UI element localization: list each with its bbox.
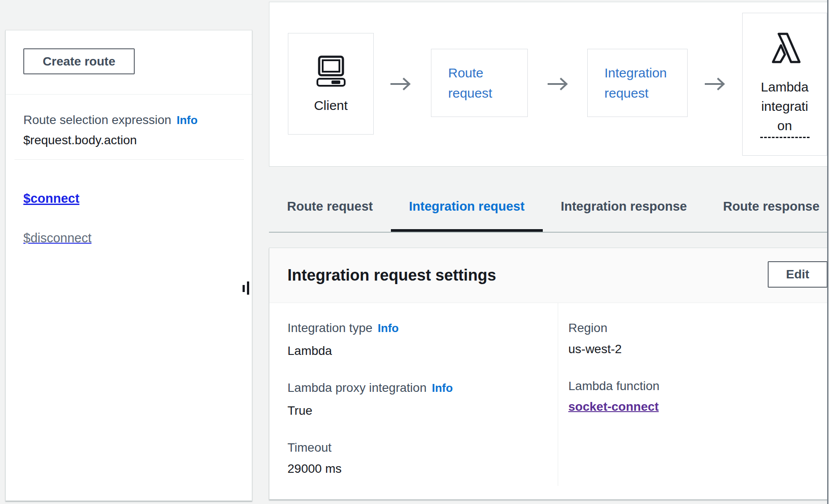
integration-tabs: Route request Integration request Integr…	[269, 181, 832, 232]
routes-panel: Create route Route selection expressionI…	[5, 30, 252, 501]
flow-arrow-icon	[389, 76, 412, 94]
tab-route-request[interactable]: Route request	[269, 181, 391, 232]
lambda-function-link[interactable]: socket-connect	[568, 400, 659, 413]
integration-request-node[interactable]: Integration request	[587, 49, 688, 117]
panel-resize-handle-icon[interactable]	[242, 280, 251, 296]
route-selection-expression-label: Route selection expressionInfo	[23, 113, 198, 127]
client-label: Client	[314, 98, 348, 113]
desktop-computer-icon	[313, 55, 350, 89]
settings-card-header: Integration request settings Edit	[269, 248, 832, 303]
tab-integration-response[interactable]: Integration response	[543, 181, 705, 232]
flow-arrow-icon	[546, 76, 569, 94]
field-lambda-proxy-integration: Lambda proxy integrationInfo True	[287, 380, 534, 418]
lambda-integration-node[interactable]: Lambda integrati on	[742, 13, 827, 156]
settings-right-column: Region us-west-2 Lambda function socket-…	[568, 321, 815, 436]
field-timeout: Timeout 29000 ms	[287, 440, 534, 476]
info-link[interactable]: Info	[378, 321, 399, 335]
route-item-disconnect[interactable]: $disconnect	[23, 231, 92, 245]
edit-button[interactable]: Edit	[768, 261, 828, 288]
divider	[15, 159, 244, 160]
route-request-node[interactable]: Route request	[431, 49, 528, 117]
info-link[interactable]: Info	[177, 113, 198, 127]
tooltip-dashed-underline	[760, 136, 810, 138]
info-link[interactable]: Info	[432, 381, 453, 394]
vertical-scrollbar[interactable]	[827, 0, 832, 504]
field-lambda-function: Lambda function socket-connect	[568, 379, 815, 414]
route-selection-expression-value: $request.body.action	[23, 133, 137, 147]
route-flow-diagram: Client Route request Integration request	[269, 2, 832, 167]
column-divider	[558, 303, 558, 486]
tab-route-response[interactable]: Route response	[705, 181, 832, 232]
settings-left-column: Integration typeInfo Lambda Lambda proxy…	[287, 321, 534, 498]
flow-arrow-icon	[703, 76, 726, 94]
integration-request-settings-card: Integration request settings Edit Integr…	[269, 248, 832, 500]
divider	[6, 94, 252, 95]
field-integration-type: Integration typeInfo Lambda	[287, 321, 534, 358]
lambda-icon	[766, 30, 804, 70]
tab-integration-request[interactable]: Integration request	[391, 181, 543, 232]
route-item-connect[interactable]: $connect	[23, 191, 79, 206]
tabs-baseline	[269, 232, 832, 233]
client-node: Client	[288, 33, 374, 135]
settings-card-title: Integration request settings	[287, 266, 496, 285]
create-route-button[interactable]: Create route	[23, 48, 135, 74]
field-region: Region us-west-2	[568, 321, 815, 357]
